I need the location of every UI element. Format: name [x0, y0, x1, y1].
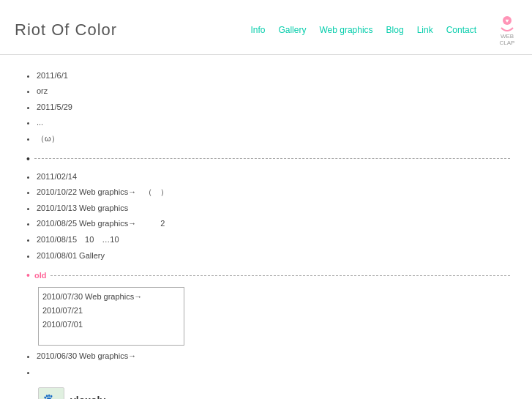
nav-blog[interactable]: Blog: [386, 25, 404, 35]
list-item: 2010/06/30 Web graphics→: [37, 350, 510, 363]
avatar: 🐾: [38, 387, 64, 399]
twitter-username[interactable]: vloxolv: [70, 395, 105, 399]
scroll-item: 2010/07/30 Web graphics→: [42, 290, 180, 304]
site-title: Riot Of Color: [15, 20, 117, 40]
list-item: 2010/08/15 10 …10: [37, 234, 510, 247]
list-item: 2011/6/1: [37, 70, 510, 83]
nav: Info Gallery Web graphics Blog Link Cont…: [250, 13, 517, 47]
list-item: ...: [37, 116, 510, 130]
list-item: （ω）: [37, 133, 510, 146]
svg-text:♥: ♥: [506, 18, 509, 24]
extra-list: 2010/06/30 Web graphics→: [22, 350, 510, 379]
list-item: 2010/08/25 Web graphics→ 2: [37, 217, 510, 231]
nav-gallery[interactable]: Gallery: [278, 25, 306, 35]
header: Riot Of Color Info Gallery Web graphics …: [0, 0, 532, 55]
list-item: 2010/10/22 Web graphics→ （ ）: [37, 186, 510, 199]
nav-contact[interactable]: Contact: [446, 25, 476, 35]
web-clap-icon: ♥: [497, 13, 517, 34]
nav-webgraphics[interactable]: Web graphics: [319, 25, 372, 35]
top-list: 2011/6/1 orz 2011/5/29 ... （ω）: [22, 70, 510, 146]
nav-info[interactable]: Info: [250, 25, 265, 35]
list-item-empty: [37, 366, 510, 379]
twitter-user: 🐾 vloxolv: [38, 387, 510, 399]
list-item: 2011/02/14: [37, 171, 510, 184]
list-item: 2010/08/01 Gallery: [37, 250, 510, 263]
scroll-item: 2010/07/01: [42, 318, 180, 332]
nav-link[interactable]: Link: [417, 25, 433, 35]
main-content: 2011/6/1 orz 2011/5/29 ... （ω） 2011/02/1…: [0, 55, 532, 399]
list-item: 2010/10/13 Web graphics: [37, 202, 510, 215]
twitter-section: 🐾 vloxolv T （^O^） 20 hours ago · reply ·…: [38, 387, 510, 399]
scroll-item: 2010/07/21: [42, 304, 180, 318]
list-item: 2011/5/29: [37, 101, 510, 114]
scroll-box[interactable]: 2010/07/30 Web graphics→ 2010/07/21 2010…: [38, 287, 184, 346]
old-separator: old: [26, 269, 510, 281]
scroll-box-container: 2010/07/30 Web graphics→ 2010/07/21 2010…: [38, 287, 510, 346]
avatar-image: 🐾: [43, 392, 59, 399]
old-label: old: [34, 271, 47, 280]
web-clap-widget[interactable]: ♥ WEB CLAP: [497, 13, 517, 47]
list-item: orz: [37, 85, 510, 98]
web-clap-label: WEB CLAP: [500, 34, 515, 47]
separator-1: [26, 153, 510, 165]
mid-list: 2011/02/14 2010/10/22 Web graphics→ （ ） …: [22, 171, 510, 263]
